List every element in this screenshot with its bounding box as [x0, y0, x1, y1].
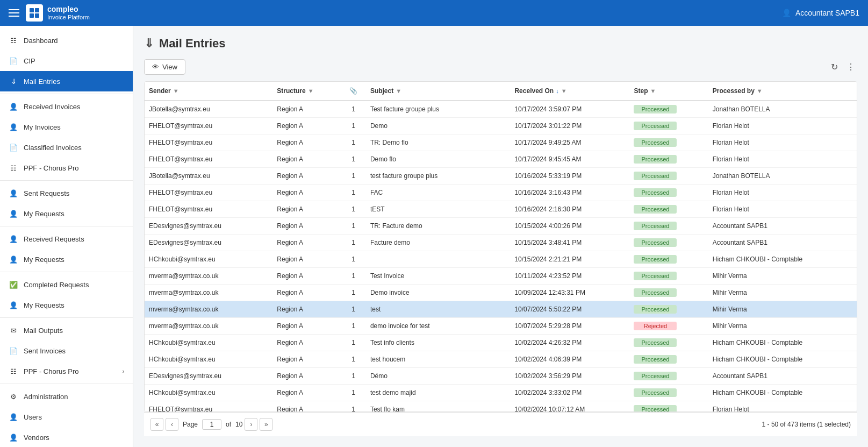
- status-badge: Processed: [634, 205, 677, 214]
- table-row[interactable]: mverma@symtrax.co.ukRegion A1Test Invoic…: [145, 268, 857, 285]
- sidebar-item-dashboard[interactable]: ☷Dashboard: [0, 30, 133, 51]
- col-sender: Sender ▼: [145, 82, 272, 101]
- structure-filter-icon[interactable]: ▼: [308, 88, 314, 94]
- sidebar-item-my-requests-1[interactable]: 👤My Requests: [0, 203, 133, 224]
- table-row[interactable]: FHELOT@symtrax.euRegion A1TR: Demo flo10…: [145, 134, 857, 151]
- subject-filter-icon[interactable]: ▼: [396, 88, 401, 94]
- sidebar-item-my-requests-2[interactable]: 👤My Requests: [0, 249, 133, 269]
- sidebar-item-my-requests-3[interactable]: 👤My Requests: [0, 295, 133, 315]
- cell-subject: Test facture groupe plus: [366, 101, 511, 118]
- sidebar-item-received-requests[interactable]: 👤Received Requests: [0, 229, 133, 249]
- prev-page-button[interactable]: ‹: [166, 418, 178, 431]
- status-badge: Processed: [634, 255, 677, 264]
- cell-received_on: 10/16/2024 2:16:30 PM: [510, 201, 629, 218]
- mail-entries-icon: ⇓: [9, 76, 18, 86]
- logo-icon: [26, 4, 43, 22]
- cell-subject: Facture demo: [366, 235, 511, 251]
- sidebar-item-sent-requests[interactable]: 👤Sent Requests: [0, 183, 133, 203]
- processed-by-filter-icon[interactable]: ▼: [757, 88, 763, 94]
- status-badge: Processed: [634, 122, 677, 130]
- sidebar-item-users[interactable]: 👤Users: [0, 407, 133, 427]
- sent-invoices-icon: 📄: [9, 346, 18, 356]
- hamburger-menu[interactable]: [9, 9, 19, 17]
- table-row[interactable]: HChkoubi@symtrax.euRegion A110/15/2024 2…: [145, 251, 857, 268]
- table-row[interactable]: mverma@symtrax.co.ukRegion A1test10/07/2…: [145, 301, 857, 318]
- status-badge: Processed: [634, 305, 677, 314]
- sidebar-item-mail-entries[interactable]: ⇓Mail Entries: [0, 71, 133, 91]
- refresh-button[interactable]: ↻: [829, 60, 840, 74]
- sidebar-item-users-label: Users: [24, 413, 124, 421]
- cell-subject: demo invoice for test: [366, 318, 511, 335]
- sidebar-item-completed-requests[interactable]: ✅Completed Requests: [0, 274, 133, 295]
- received-invoices-icon: 👤: [9, 102, 18, 111]
- sidebar-item-sent-invoices[interactable]: 📄Sent Invoices: [0, 340, 133, 361]
- cell-sender: mverma@symtrax.co.uk: [145, 301, 272, 318]
- sidebar-item-received-invoices[interactable]: 👤Received Invoices: [0, 96, 133, 117]
- sender-filter-icon[interactable]: ▼: [173, 88, 179, 94]
- sidebar-item-mail-outputs[interactable]: ✉Mail Outputs: [0, 320, 133, 340]
- sidebar-item-cip[interactable]: 📄CIP: [0, 51, 133, 71]
- first-page-button[interactable]: «: [150, 418, 163, 431]
- cell-attachment: 1: [341, 218, 366, 235]
- next-page-button[interactable]: ›: [245, 418, 257, 431]
- cell-structure: Region A: [272, 301, 341, 318]
- received-on-sort-icon[interactable]: ↓: [556, 88, 559, 94]
- table-row[interactable]: mverma@symtrax.co.ukRegion A1Demo invoic…: [145, 285, 857, 301]
- page-title-container: ⇓ Mail Entries: [144, 37, 857, 51]
- table-row[interactable]: EDesvignes@symtrax.euRegion A1TR: Factur…: [145, 218, 857, 235]
- cell-step: Processed: [629, 151, 708, 168]
- status-badge: Processed: [634, 288, 677, 297]
- sidebar-item-my-invoices[interactable]: 👤My Invoices: [0, 117, 133, 137]
- ppf-chorus-pro-2-icon: ☷: [9, 366, 18, 376]
- cell-structure: Region A: [272, 401, 341, 413]
- cell-processed_by: Mihir Verma: [708, 318, 857, 335]
- table-row[interactable]: JBotella@symtrax.euRegion A1Test facture…: [145, 101, 857, 118]
- table-row[interactable]: JBotella@symtrax.euRegion A1test facture…: [145, 168, 857, 185]
- cell-attachment: 1: [341, 134, 366, 151]
- cell-sender: JBotella@symtrax.eu: [145, 101, 272, 118]
- content-area: ⇓ Mail Entries 👁 View ↻ ⋮ Sender: [133, 26, 868, 447]
- table-row[interactable]: HChkoubi@symtrax.euRegion A1Test info cl…: [145, 335, 857, 351]
- view-button[interactable]: 👁 View: [144, 59, 185, 75]
- col-received-on: Received On ↓ ▼: [510, 82, 629, 101]
- cell-attachment: 1: [341, 268, 366, 285]
- cell-subject: Test Invoice: [366, 268, 511, 285]
- toolbar-right: ↻ ⋮: [829, 60, 857, 74]
- table-row[interactable]: FHELOT@symtrax.euRegion A1Demo10/17/2024…: [145, 118, 857, 134]
- table-row[interactable]: FHELOT@symtrax.euRegion A1Demo flo10/17/…: [145, 151, 857, 168]
- table-row[interactable]: FHELOT@symtrax.euRegion A1tEST10/16/2024…: [145, 201, 857, 218]
- table-row[interactable]: HChkoubi@symtrax.euRegion A1test demo ma…: [145, 385, 857, 401]
- more-options-button[interactable]: ⋮: [844, 60, 857, 74]
- col-processed-by-label: Processed by: [713, 87, 755, 95]
- cell-received_on: 10/17/2024 3:01:22 PM: [510, 118, 629, 134]
- table-row[interactable]: HChkoubi@symtrax.euRegion A1test houcem1…: [145, 351, 857, 368]
- cell-sender: HChkoubi@symtrax.eu: [145, 385, 272, 401]
- sidebar-item-administration-label: Administration: [24, 393, 124, 401]
- pagination-controls: « ‹ Page of 10 › »: [150, 418, 272, 431]
- cell-step: Rejected: [629, 318, 708, 335]
- table-row[interactable]: mverma@symtrax.co.ukRegion A1demo invoic…: [145, 318, 857, 335]
- sidebar-item-ppf-chorus-pro-2[interactable]: ☷PPF - Chorus Pro›: [0, 361, 133, 381]
- col-attachment: 📎: [341, 82, 366, 101]
- status-badge: Processed: [634, 172, 677, 180]
- sidebar-item-my-requests-2-label: My Requests: [24, 256, 124, 264]
- table-row[interactable]: EDesvignes@symtrax.euRegion A1Démo10/02/…: [145, 368, 857, 385]
- sidebar-item-vendors[interactable]: 👤Vendors: [0, 427, 133, 447]
- pagination: « ‹ Page of 10 › » 1 - 50 of 473 items (…: [144, 412, 857, 436]
- cell-received_on: 10/17/2024 9:49:25 AM: [510, 134, 629, 151]
- sidebar-item-classified-invoices-label: Classified Invoices: [24, 144, 124, 152]
- cell-step: Processed: [629, 351, 708, 368]
- sidebar-divider: [0, 94, 133, 94]
- table-row[interactable]: FHELOT@symtrax.euRegion A1Test flo kam10…: [145, 401, 857, 413]
- table-row[interactable]: FHELOT@symtrax.euRegion A1FAC10/16/2024 …: [145, 185, 857, 201]
- page-number-input[interactable]: [202, 419, 221, 430]
- cell-step: Processed: [629, 101, 708, 118]
- sidebar-item-administration[interactable]: ⚙Administration: [0, 386, 133, 407]
- last-page-button[interactable]: »: [260, 418, 272, 431]
- received-on-filter-icon[interactable]: ▼: [561, 88, 567, 94]
- cell-processed_by: Mihir Verma: [708, 285, 857, 301]
- step-filter-icon[interactable]: ▼: [650, 88, 656, 94]
- sidebar-item-classified-invoices[interactable]: 📄Classified Invoices: [0, 137, 133, 158]
- sidebar-item-ppf-chorus-pro-1[interactable]: ☷PPF - Chorus Pro: [0, 158, 133, 178]
- table-row[interactable]: EDesvignes@symtrax.euRegion A1Facture de…: [145, 235, 857, 251]
